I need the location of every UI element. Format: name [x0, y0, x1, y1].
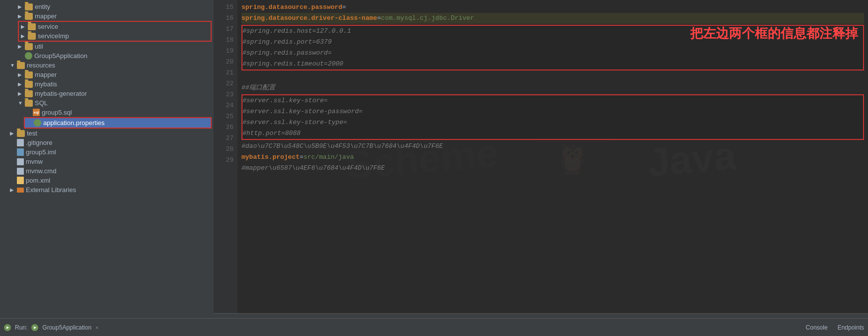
main-area: entity mapper service serviceImp	[0, 0, 868, 318]
line-numbers: 15 16 17 18 19 20 21 22 23 24 25 26 27 2…	[214, 0, 237, 313]
code-lines[interactable]: spring.datasource.password= spring.datas…	[237, 0, 868, 313]
folder-icon-mapper2	[25, 71, 33, 78]
sidebar-item-mvnwcmd[interactable]: mvnw.cmd	[0, 166, 214, 176]
sidebar-item-external-libraries[interactable]: External Libraries	[0, 185, 214, 195]
sidebar-item-group5app[interactable]: Group5Application	[0, 51, 214, 61]
file-icon-mvnw	[17, 158, 24, 165]
label-appprops: application.properties	[43, 119, 105, 127]
sidebar-item-group5iml[interactable]: group5.iml	[0, 147, 214, 157]
code-editor: Scheme 🦉 Java 把左边两个框的信息都注释掉 15 16 17 18 …	[214, 0, 868, 318]
line-num-23: 23	[214, 89, 234, 100]
arrow-service	[21, 24, 27, 29]
spring-icon-group5app	[25, 52, 32, 60]
folder-icon-resources	[17, 62, 25, 69]
bottom-tab-console[interactable]: Console	[806, 324, 828, 331]
sidebar-item-resources[interactable]: resources	[0, 61, 214, 70]
sidebar-item-service[interactable]: service	[19, 22, 211, 31]
arrow-ext-libs	[10, 187, 16, 193]
label-ext-libs: External Libraries	[26, 186, 76, 194]
line-num-17: 17	[214, 24, 234, 35]
label-gitignore: .gitignore	[26, 139, 52, 146]
line-num-19: 19	[214, 46, 234, 57]
code-line-27: #dao\u7C7B\u548C\u5B9E\u4F53\u7C7B\u7684…	[241, 141, 864, 152]
arrow-resources	[10, 63, 16, 68]
label-util: util	[35, 43, 43, 50]
folder-icon-entity	[25, 3, 33, 10]
sidebar-item-mapper2[interactable]: mapper	[0, 70, 214, 79]
bottom-tab-endpoints[interactable]: Endpoints	[838, 324, 864, 331]
label-mapper2: mapper	[35, 71, 57, 78]
label-entity: entity	[35, 3, 50, 10]
code-content: 15 16 17 18 19 20 21 22 23 24 25 26 27 2…	[214, 0, 868, 313]
sidebar-item-serviceimp[interactable]: serviceImp	[19, 31, 211, 41]
code-line-23: #server.ssl.key-store=	[242, 95, 863, 106]
file-icon-gitignore	[17, 139, 24, 146]
line-num-16: 16	[214, 13, 234, 24]
label-mapper: mapper	[35, 12, 57, 20]
code-line-24: #server.ssl.key-store-password=	[242, 106, 863, 117]
code-line-29: #mapper\u6587\u4EF6\u7684\u4F4D\u7F6E	[241, 163, 864, 174]
sidebar-item-sql[interactable]: SQL	[0, 98, 214, 108]
code-line-25: #server.ssl.key-store-type=	[242, 117, 863, 128]
code-red-box-2: #server.ssl.key-store= #server.ssl.key-s…	[241, 94, 864, 140]
folder-icon-sql	[25, 100, 33, 107]
sidebar-item-pomxml[interactable]: pom.xml	[0, 176, 214, 185]
sidebar-item-mybatis[interactable]: mybatis	[0, 79, 214, 89]
label-group5sql: group5.sql	[42, 109, 72, 116]
code-line-20: #spring.redis.timeout=2000	[242, 59, 863, 69]
arrow-mapper2	[18, 72, 24, 77]
run-icon-2	[31, 324, 38, 331]
sidebar-item-entity[interactable]: entity	[0, 2, 214, 11]
code-line-15: spring.datasource.password=	[241, 2, 864, 13]
line-num-25: 25	[214, 111, 234, 122]
line-num-26: 26	[214, 122, 234, 133]
sidebar-item-test[interactable]: test	[0, 129, 214, 138]
sidebar-item-util[interactable]: util	[0, 42, 214, 51]
line-num-29: 29	[214, 155, 234, 166]
code-line-19: #spring.redis.password=	[242, 48, 863, 59]
folder-icon-util	[25, 43, 33, 50]
close-tab-button[interactable]: ×	[95, 325, 98, 331]
code-line-21	[241, 71, 864, 82]
folder-icon-mybatis	[25, 81, 33, 88]
code-key-15: spring.datasource.password	[241, 2, 342, 13]
arrow-mybatis-generator	[18, 91, 24, 96]
label-service: service	[38, 23, 58, 30]
sidebar-item-group5sql[interactable]: sql group5.sql	[0, 108, 214, 117]
run-label: Run:	[15, 324, 27, 331]
folder-icon-serviceimp	[28, 33, 36, 40]
label-mybatis-generator: mybatis-generator	[35, 90, 87, 97]
sql-icon-group5sql: sql	[33, 109, 40, 116]
file-icon-mvnwcmd	[17, 168, 24, 175]
horizontal-scrollbar[interactable]	[214, 313, 868, 318]
label-group5iml: group5.iml	[26, 148, 56, 156]
line-num-28: 28	[214, 144, 234, 155]
run-icon	[4, 324, 11, 331]
spring-icon-appprops	[34, 119, 41, 127]
label-group5app: Group5Application	[34, 52, 87, 60]
code-line-26: #http.port=8088	[242, 128, 863, 139]
code-line-28: mybatis.project =src/main/java	[241, 152, 864, 163]
sidebar-item-application-properties[interactable]: application.properties	[25, 118, 211, 128]
sidebar-item-mvnw[interactable]: mvnw	[0, 157, 214, 166]
line-num-22: 22	[214, 78, 234, 89]
code-val-16: com.mysql.cj.jdbc.Driver	[381, 13, 474, 24]
sidebar-item-mapper[interactable]: mapper	[0, 11, 214, 21]
line-num-18: 18	[214, 35, 234, 46]
arrow-mapper	[18, 13, 24, 19]
sidebar-item-mybatis-generator[interactable]: mybatis-generator	[0, 89, 214, 98]
arrow-test	[10, 131, 16, 136]
code-val-28: src/main/java	[304, 152, 354, 163]
line-num-15: 15	[214, 2, 234, 13]
ext-libs-icon	[17, 188, 24, 193]
label-serviceimp: serviceImp	[38, 32, 69, 40]
sidebar-item-gitignore[interactable]: .gitignore	[0, 138, 214, 147]
code-line-16: spring.datasource.driver-class-name=com.…	[241, 13, 864, 24]
arrow-entity	[18, 4, 24, 9]
arrow-util	[18, 44, 24, 49]
label-test: test	[27, 130, 37, 137]
label-mvnw: mvnw	[26, 158, 43, 165]
arrow-mybatis	[18, 81, 24, 87]
line-num-21: 21	[214, 67, 234, 78]
label-mybatis: mybatis	[35, 80, 57, 88]
